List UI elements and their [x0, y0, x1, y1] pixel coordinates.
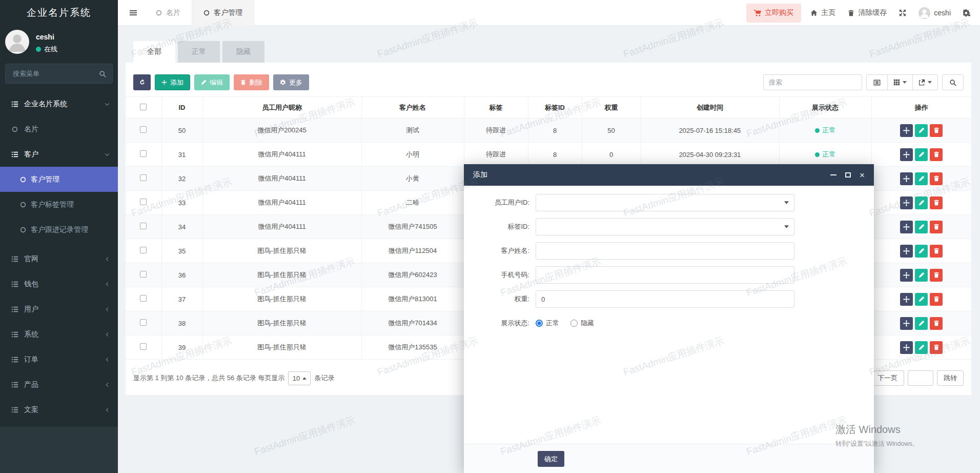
sidebar-item[interactable]: 客户跟进记录管理	[0, 217, 118, 242]
edit-row-button[interactable]	[915, 196, 928, 209]
edit-row-button[interactable]	[915, 172, 928, 185]
drag-row-button[interactable]	[900, 269, 913, 282]
row-checkbox[interactable]	[140, 223, 147, 229]
drag-row-button[interactable]	[900, 148, 913, 161]
edit-row-button[interactable]	[915, 221, 928, 233]
radio-label[interactable]: 隐藏	[581, 319, 594, 328]
edit-row-button[interactable]	[915, 293, 928, 306]
sidebar-item[interactable]: 客户管理	[0, 167, 118, 192]
page-jump-button[interactable]: 跳转	[937, 370, 964, 386]
edit-row-button[interactable]	[915, 341, 928, 354]
sidebar-search-input[interactable]	[12, 69, 99, 78]
delete-row-button[interactable]	[930, 341, 943, 354]
user-menu[interactable]: ceshi	[912, 0, 957, 26]
sidebar-item[interactable]: 系统	[0, 322, 118, 347]
select-field[interactable]	[536, 194, 794, 211]
delete-row-button[interactable]	[930, 172, 943, 185]
delete-row-button[interactable]	[930, 245, 943, 258]
edit-row-button[interactable]	[915, 269, 928, 282]
sidebar-item[interactable]: 官网	[0, 246, 118, 271]
edit-row-button[interactable]	[915, 124, 928, 137]
text-field[interactable]	[536, 290, 794, 308]
drag-row-button[interactable]	[900, 124, 913, 137]
clear-cache-button[interactable]: 清除缓存	[842, 0, 893, 26]
row-checkbox[interactable]	[140, 343, 147, 350]
drag-row-button[interactable]	[900, 317, 913, 330]
filter-tab[interactable]: 正常	[178, 41, 220, 63]
toggle-view-button[interactable]	[866, 74, 888, 90]
delete-row-button[interactable]	[930, 293, 943, 306]
dialog-header[interactable]: 添加 ×	[464, 164, 874, 186]
row-checkbox[interactable]	[140, 126, 147, 133]
sidebar-item[interactable]: 名片	[0, 116, 118, 142]
sidebar-item[interactable]: 客户标签管理	[0, 192, 118, 217]
drag-row-button[interactable]	[900, 221, 913, 233]
hamburger-menu-icon[interactable]	[126, 0, 140, 26]
sidebar-item[interactable]: 企业名片系统	[0, 91, 118, 116]
radio-button[interactable]	[536, 320, 543, 327]
more-button[interactable]: 更多	[273, 74, 309, 90]
table-search-input[interactable]	[763, 74, 862, 90]
row-checkbox[interactable]	[140, 199, 147, 205]
sidebar-item[interactable]: 产品	[0, 372, 118, 397]
column-header[interactable]: ID	[161, 97, 202, 119]
text-field-input[interactable]	[536, 291, 794, 307]
delete-row-button[interactable]	[930, 124, 943, 137]
column-header[interactable]: 权重	[582, 97, 641, 119]
column-header[interactable]: 员工用户昵称	[202, 97, 361, 119]
topbar-tab[interactable]: 名片	[145, 0, 192, 26]
select-field-input[interactable]	[536, 219, 794, 235]
delete-row-button[interactable]	[930, 148, 943, 161]
table-row[interactable]: 50微信用户200245测试待跟进8502025-07-16 15:18:45正…	[126, 119, 971, 143]
sidebar-item[interactable]: 钱包	[0, 271, 118, 297]
settings-button[interactable]	[957, 0, 977, 26]
buy-now-button[interactable]: 立即购买	[746, 4, 801, 23]
row-checkbox[interactable]	[140, 150, 147, 157]
confirm-button[interactable]: 确定	[538, 451, 564, 467]
edit-row-button[interactable]	[915, 148, 928, 161]
topbar-tab[interactable]: 客户管理	[192, 0, 254, 26]
radio-label[interactable]: 正常	[546, 319, 559, 328]
row-checkbox[interactable]	[140, 295, 147, 302]
close-icon[interactable]: ×	[860, 171, 865, 180]
edit-row-button[interactable]	[915, 317, 928, 330]
sidebar-item[interactable]: 用户	[0, 297, 118, 322]
sidebar-item[interactable]: 客户	[0, 142, 118, 167]
drag-row-button[interactable]	[900, 341, 913, 354]
select-field-input[interactable]	[536, 194, 794, 211]
page-size-select[interactable]: 10	[288, 371, 311, 385]
next-page-button[interactable]: 下一页	[871, 370, 904, 386]
column-header[interactable]: 客户姓名	[361, 97, 464, 119]
home-button[interactable]: 主页	[804, 0, 842, 26]
sidebar-item[interactable]: 文案	[0, 397, 118, 422]
delete-row-button[interactable]	[930, 269, 943, 282]
delete-row-button[interactable]	[930, 317, 943, 330]
row-checkbox[interactable]	[140, 271, 147, 278]
text-field-input[interactable]	[536, 267, 794, 283]
sidebar-item[interactable]: 订单	[0, 347, 118, 372]
edit-button[interactable]: 编辑	[194, 74, 230, 90]
fullscreen-button[interactable]	[893, 0, 912, 26]
search-icon[interactable]	[99, 70, 106, 77]
drag-row-button[interactable]	[900, 196, 913, 209]
select-all-checkbox[interactable]	[140, 104, 147, 110]
add-button[interactable]: 添加	[155, 74, 190, 90]
column-header[interactable]: 展示状态	[779, 97, 871, 119]
text-field-input[interactable]	[536, 243, 794, 259]
drag-row-button[interactable]	[900, 245, 913, 258]
column-header[interactable]: 标签ID	[528, 97, 582, 119]
maximize-icon[interactable]	[845, 172, 851, 178]
column-header[interactable]: 创建时间	[641, 97, 779, 119]
export-button[interactable]	[913, 74, 938, 90]
drag-row-button[interactable]	[900, 172, 913, 185]
table-row[interactable]: 31微信用户404111小明待跟进802025-04-30 09:23:31正常	[126, 143, 971, 167]
text-field[interactable]	[536, 266, 794, 284]
refresh-button[interactable]	[133, 74, 151, 90]
delete-row-button[interactable]	[930, 221, 943, 233]
filter-tab[interactable]: 隐藏	[222, 41, 264, 63]
row-checkbox[interactable]	[140, 174, 147, 181]
column-header[interactable]: 标签	[464, 97, 528, 119]
radio-button[interactable]	[570, 320, 578, 327]
page-jump-input[interactable]	[908, 370, 933, 386]
delete-row-button[interactable]	[930, 196, 943, 209]
